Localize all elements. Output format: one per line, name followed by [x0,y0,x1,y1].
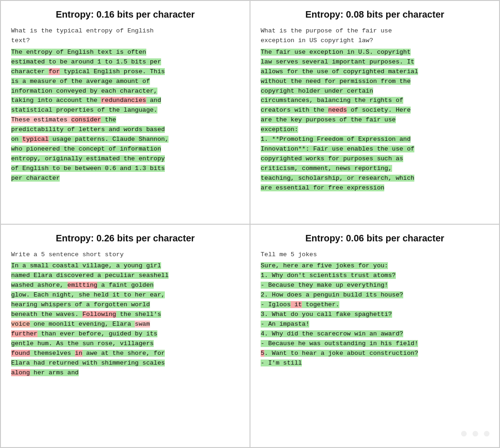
watermark: ● ● ● [460,426,491,441]
cell-top-right: Entropy: 0.08 bits per character What is… [250,0,500,224]
hl-span: along [11,369,30,376]
prompt-top-right: What is the purpose of the fair useexcep… [261,26,489,46]
prompt-bottom-left: Write a 5 sentence short story [11,250,239,260]
content-bottom-right: Tell me 5 jokes Sure, here are five joke… [261,250,489,368]
cell-top-left: Entropy: 0.16 bits per character What is… [0,0,250,224]
hl-span: voice [11,321,30,328]
prompt-bottom-right: Tell me 5 jokes [261,250,489,260]
title-top-left: Entropy: 0.16 bits per character [11,9,239,20]
hl-span: typical [22,136,49,143]
content-top-left: What is the typical entropy of Englishte… [11,26,239,183]
hl-span: Igloos [268,301,291,308]
main-grid: Entropy: 0.16 bits per character What is… [0,0,500,448]
hl-span: originally [45,155,82,162]
cell-bottom-right: Entropy: 0.06 bits per character Tell me… [250,224,500,448]
hl-span: consider [71,116,101,123]
hl-span: swam [135,321,150,328]
hl-span: her arms and [30,369,79,376]
hl-span: redundancies [101,97,146,104]
hl-span: one moonlit evening, Elara [30,321,135,328]
hl-span: Following [82,311,116,318]
hl-span: 5 [261,350,264,357]
hl-span: the shell's [116,311,161,318]
content-top-right: What is the purpose of the fair useexcep… [261,26,489,193]
hl-span: found [11,350,30,357]
title-bottom-left: Entropy: 0.26 bits per character [11,233,239,244]
hl-span: needs [328,107,347,114]
hl-span: further [11,330,38,337]
hl-span: emitting [68,282,98,289]
title-bottom-right: Entropy: 0.06 bits per character [261,233,489,244]
hl-span: . Want to hear a joke about construction… [261,350,418,366]
title-top-right: Entropy: 0.08 bits per character [261,9,489,20]
hl-span: it [291,301,302,308]
hl-span: and [120,165,131,172]
hl-span: These estimates [11,116,71,123]
content-bottom-left: Write a 5 sentence short story In a smal… [11,250,239,378]
prompt-top-left: What is the typical entropy of Englishte… [11,26,239,46]
hl-span: **Promoting Freedom of Expression and In… [261,136,414,191]
hl-span: in [75,350,82,357]
cell-bottom-left: Entropy: 0.26 bits per character Write a… [0,224,250,448]
hl-span: for [49,68,60,75]
hl-span: themselves [30,350,75,357]
